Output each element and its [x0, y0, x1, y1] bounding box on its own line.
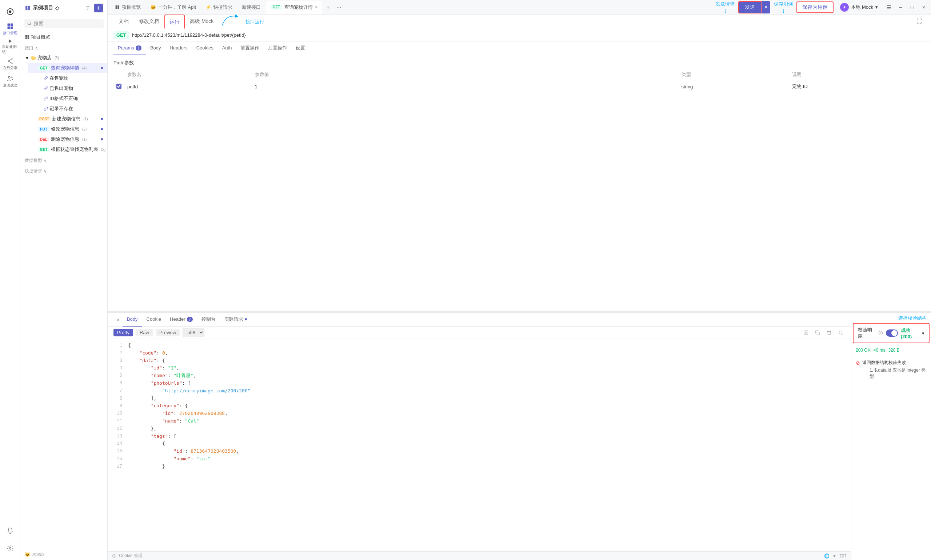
code-content: { "code": 0, "data": { "id": "1", "name"… — [128, 342, 845, 471]
api-name-get-list: 根据状态查找宠物列表 — [51, 146, 98, 153]
tab-quick-request[interactable]: ⚡ 快捷请求 — [201, 1, 237, 14]
param-tab-pre-ops[interactable]: 前置操作 — [236, 42, 264, 55]
tab-overview[interactable]: 项目概览 — [111, 1, 145, 14]
collapse-button[interactable]: « — [114, 315, 123, 325]
response-tab-console[interactable]: 控制台 — [197, 313, 220, 326]
nav-subitem-on-sale[interactable]: 在售宠物 — [28, 73, 107, 83]
subtab-advanced-mock[interactable]: 高级 Mock — [185, 15, 219, 29]
sidebar-item-members[interactable]: 邀请成员 — [2, 74, 18, 89]
project-title-area[interactable]: 示例项目 ◇ — [25, 5, 59, 11]
param-tab-headers[interactable]: Headers — [165, 42, 192, 55]
sidebar-settings[interactable] — [2, 540, 18, 556]
subtab-doc-label: 文档 — [118, 18, 129, 25]
win-menu-button[interactable]: ☰ — [885, 3, 893, 12]
save-example-button[interactable]: 保存为用例 — [796, 2, 834, 13]
view-preview-button[interactable]: Preview — [155, 329, 180, 336]
param-tab-settings[interactable]: 设置 — [291, 42, 309, 55]
send-button[interactable]: 发送 — [738, 1, 762, 14]
validation-info-icon[interactable] — [878, 331, 883, 335]
status-bar-right: 🌐 ♥ 707 — [824, 554, 846, 558]
subtab-modify-doc[interactable]: 修改文档 — [134, 15, 165, 29]
param-value-input[interactable] — [255, 84, 676, 89]
status-selector[interactable]: 成功 (200) ▾ — [901, 327, 925, 339]
search-button[interactable] — [836, 328, 845, 337]
response-tab-body[interactable]: Body — [123, 313, 142, 326]
nav-subitem-sold[interactable]: 已售出宠物 — [28, 83, 107, 94]
actual-request-dot — [245, 318, 247, 320]
nav-quick-request[interactable]: 快捷请求 ∨ — [20, 165, 107, 175]
win-close-button[interactable]: × — [919, 3, 928, 12]
tab-apifox-intro[interactable]: 🐱 一分钟，了解 Apit — [146, 1, 200, 14]
svg-rect-23 — [28, 37, 29, 39]
url-input[interactable] — [132, 32, 925, 38]
nav-item-get-pet-detail[interactable]: GET 查询宠物详情 (4) — [28, 63, 107, 73]
view-raw-button[interactable]: Raw — [136, 329, 153, 336]
line-numbers-area: 1234 5678 9101112 1314151617 { "code": 0… — [114, 342, 845, 471]
response-tab-cookie[interactable]: Cookie — [142, 313, 165, 326]
subtab-doc[interactable]: 文档 — [114, 15, 134, 29]
tab-new-api[interactable]: 新建接口 — [237, 1, 265, 14]
nav-item-get-pet-list[interactable]: GET 根据状态查找宠物列表 (2) — [28, 145, 107, 155]
param-tab-post-ops[interactable]: 后置操作 — [264, 42, 291, 55]
run-annotation-label: 接口运行 — [245, 18, 265, 25]
param-tab-params[interactable]: Params 1 — [114, 42, 146, 55]
nav-subitem-invalid-id[interactable]: ID格式不正确 — [28, 94, 107, 104]
code-area: 1234 5678 9101112 1314151617 { "code": 0… — [108, 339, 851, 551]
param-tab-body[interactable]: Body — [146, 42, 165, 55]
mock-selector[interactable]: ✦ 本地 Mock ▾ — [837, 2, 881, 13]
sidebar-item-interface[interactable]: 接口管理 — [2, 21, 18, 37]
svg-rect-15 — [25, 6, 27, 8]
nav-data-model[interactable]: 数据模型 ∨ — [20, 155, 107, 165]
expand-code-button[interactable] — [916, 18, 925, 25]
sidebar-notifications[interactable] — [2, 523, 18, 539]
response-toolbar: Pretty Raw Preview utf8 — [108, 326, 851, 339]
tab-more-button[interactable]: ··· — [334, 2, 344, 12]
nav-item-del-pet[interactable]: DEL 删除宠物信息 (1) — [28, 134, 107, 145]
nav-item-overview[interactable]: 项目概览 — [20, 32, 107, 42]
param-tab-cookies[interactable]: Cookies — [192, 42, 218, 55]
validation-toggle[interactable] — [886, 329, 898, 337]
sidebar-item-share[interactable]: 在线分享 — [2, 56, 18, 72]
nav-item-post-pet[interactable]: POST 新建宠物信息 (1) — [28, 114, 107, 124]
row-param-value[interactable] — [252, 80, 679, 93]
win-max-button[interactable]: □ — [908, 3, 916, 12]
tab-intro-label: 一分钟，了解 Apit — [158, 4, 196, 11]
tab-close-button[interactable]: × — [315, 5, 317, 10]
footer-label: Apifox — [32, 552, 45, 557]
tab-get-pet[interactable]: GET 查询宠物详情 × — [266, 1, 322, 14]
api-count: (4) — [82, 66, 86, 70]
nav-subitem-not-found[interactable]: 记录不存在 — [28, 104, 107, 114]
api-name-post-pet: 新建宠物信息 — [52, 115, 80, 122]
tab-add-button[interactable]: + — [323, 2, 333, 12]
copy-button[interactable] — [813, 328, 822, 337]
nav-folder-petshop[interactable]: ▼ 宠物店 (5) — [20, 53, 107, 63]
nav-item-put-pet[interactable]: PUT 修改宠物信息 (2) — [28, 124, 107, 134]
win-min-button[interactable]: − — [896, 3, 905, 12]
upper-panel: Path 参数 参数名 参数值 类型 说明 petId — [108, 55, 931, 311]
data-model-label: 数据模型 — [25, 157, 42, 164]
sidebar-logo — [2, 4, 18, 20]
subtab-run[interactable]: 运行 — [165, 15, 185, 29]
filter-button[interactable] — [83, 4, 92, 12]
svg-point-1 — [9, 11, 11, 13]
extract-button[interactable] — [802, 328, 810, 337]
response-tab-cookie-label: Cookie — [146, 316, 161, 322]
response-tab-header[interactable]: Header 7 — [165, 313, 197, 326]
api-name-get-detail: 查询宠物详情 — [51, 65, 79, 71]
clear-button[interactable] — [825, 328, 834, 337]
search-input[interactable] — [34, 21, 101, 26]
cookie-management[interactable]: Cookie 管理 — [112, 553, 143, 559]
row-type: string — [679, 80, 789, 93]
svg-rect-20 — [25, 35, 27, 37]
add-api-button[interactable] — [94, 4, 103, 12]
param-tab-auth[interactable]: Auth — [218, 42, 236, 55]
response-tab-actual-request[interactable]: 实际请求 — [220, 313, 251, 326]
encoding-select[interactable]: utf8 — [183, 328, 205, 337]
bottom-bar: Cookie 管理 🌐 ♥ 707 — [108, 551, 851, 560]
sidebar-item-autotest[interactable]: 自动化测试 — [2, 38, 18, 55]
validation-header: 校验响应 成功 (200) ▾ — [853, 323, 929, 343]
view-pretty-button[interactable]: Pretty — [114, 329, 133, 336]
svg-point-30 — [839, 331, 842, 334]
send-dropdown-button[interactable]: ▾ — [762, 1, 770, 14]
row-checkbox[interactable] — [116, 84, 122, 89]
